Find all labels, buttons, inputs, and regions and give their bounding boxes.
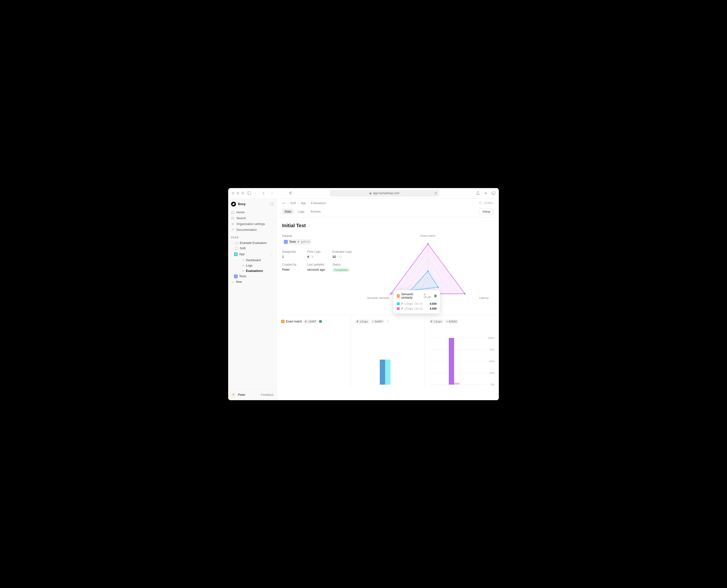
crumb-evaluations[interactable]: Evaluations [311, 202, 326, 205]
file-dashboard[interactable]: Dashboard [228, 257, 276, 263]
svg-point-9 [232, 224, 233, 225]
max-dot[interactable] [241, 192, 244, 195]
svg-line-8 [233, 219, 234, 219]
app-icon: ⊙ [234, 252, 237, 256]
file-app[interactable]: ⊙ App ⋮ [228, 251, 276, 257]
tab-logs[interactable]: Logs [295, 209, 307, 214]
chevron-down-icon[interactable]: › [231, 247, 233, 250]
main-area: › Scifi › App › Evaluations fl_ZdJKU… St… [277, 199, 499, 400]
y-tick: 25% [490, 372, 495, 374]
tabs-icon[interactable] [492, 191, 495, 195]
crumb-scifi[interactable]: Scifi [290, 202, 296, 205]
bullet-icon [243, 260, 244, 260]
tab-review[interactable]: Review [308, 209, 323, 214]
svg-point-26 [427, 270, 429, 272]
evaluator-icon: ↗ [281, 320, 285, 323]
resource-id: fl_ZdJKU… [479, 202, 494, 205]
chart-lixgx-1: # LIxgx 4e96f ⇩ [351, 315, 425, 388]
file-example-evaluators[interactable]: › Example Evaluators [228, 240, 276, 246]
forward-icon[interactable] [270, 191, 274, 195]
created-by-value: Peter [282, 268, 307, 271]
side-label: Search [236, 216, 246, 220]
traffic-lights[interactable] [232, 192, 244, 195]
edit-title-icon[interactable] [308, 224, 311, 227]
dataset-label: Dataset [282, 234, 357, 238]
folder-icon [235, 241, 238, 245]
series-hash: # LIxgx [355, 319, 369, 324]
eval-logs-label: Evaluator Logs [332, 250, 357, 253]
url-text: app.humanloop.com [373, 191, 399, 195]
sidebar-toggle-icon[interactable] [247, 191, 251, 195]
share-icon[interactable] [476, 191, 480, 195]
back-icon[interactable] [262, 191, 266, 195]
file-tests[interactable]: ◫ Tests [228, 274, 276, 279]
user-avatar[interactable]: P [231, 393, 236, 397]
dataset-icon: ◫ [284, 240, 288, 244]
feedback-link[interactable]: Feedback [261, 393, 274, 397]
plus-icon[interactable] [484, 191, 488, 195]
tab-stats[interactable]: Stats [282, 209, 294, 214]
breadcrumb-root-icon[interactable] [282, 202, 286, 205]
file-logs[interactable]: Logs [228, 263, 276, 268]
chevron-down-icon[interactable]: ⌄ [253, 191, 257, 195]
panel-toggle-icon[interactable] [270, 202, 274, 206]
titlebar: ⌄ app.humanloop.com [228, 188, 499, 199]
sidebar-item-search[interactable]: Search [228, 215, 276, 221]
app-menu-icon[interactable]: ⋮ [269, 252, 274, 257]
sidebar-footer: P Peter Feedback [228, 389, 276, 400]
brand-name: Boxy [238, 202, 268, 206]
gear-icon [231, 222, 234, 226]
chevron-right-icon[interactable]: › [231, 242, 233, 244]
user-name: Peter [238, 393, 245, 397]
lock-icon [369, 192, 372, 195]
y-tick: 100% [488, 337, 495, 339]
breadcrumb-row: › Scifi › App › Evaluations fl_ZdJKU… [277, 199, 499, 208]
refresh-icon[interactable] [434, 192, 437, 195]
meta-panel: Dataset ◫ Tests # gsbiO Datapoints 2 [282, 234, 357, 310]
dataset-chip[interactable]: ◫ Tests # gsbiO [282, 239, 312, 245]
setup-button[interactable]: Setup [479, 208, 494, 215]
file-scifi[interactable]: › Scifi [228, 246, 276, 251]
svg-rect-0 [247, 192, 251, 195]
min-dot[interactable] [236, 192, 239, 195]
file-new[interactable]: + New [228, 279, 276, 285]
check-icon: ✓ [319, 320, 322, 323]
flow-logs-label: Flow Logs [307, 250, 332, 253]
y-tick: 50% [490, 360, 495, 363]
tests-icon: ◫ [234, 275, 237, 278]
shield-icon[interactable] [289, 191, 293, 195]
radar-chart: Exact match Latency Semantic similarity … [362, 234, 494, 310]
file-evaluations[interactable]: Evaluations [228, 268, 276, 274]
close-dot[interactable] [232, 192, 234, 195]
radar-tooltip: ↗ Semantic similarity # VFo0D ✓ # LIxgx … [393, 290, 440, 313]
side-label: Documentation [236, 228, 257, 232]
address-bar[interactable]: app.humanloop.com [330, 190, 439, 196]
chart-exact-match: ↗ Exact match # i9ART ✓ [277, 315, 351, 388]
chart-lixgx-2: # LIxgx 82842 100% 75% 50% 25 [425, 315, 499, 388]
series-hash: # LIxgx [429, 319, 443, 324]
swatch-cyan [397, 302, 400, 305]
swatch-pink [397, 307, 400, 310]
radar-axis-top: Exact match [421, 234, 435, 237]
home-icon [231, 211, 234, 214]
svg-rect-5 [270, 203, 273, 205]
y-tick: 75% [490, 348, 495, 351]
svg-point-27 [437, 287, 439, 288]
status-badge: Completed [332, 268, 350, 272]
status-label: Status [332, 263, 357, 266]
side-label: Organization settings [236, 222, 265, 226]
brand-logo [231, 202, 236, 207]
bullet-icon [243, 265, 244, 266]
pin-icon[interactable]: ⇩ [387, 320, 389, 323]
tabs-row: Stats Logs Review Setup [277, 208, 499, 217]
check-icon: ✓ [434, 294, 437, 297]
bullet-icon [243, 270, 244, 271]
crumb-app[interactable]: App [301, 202, 306, 205]
charts-row: ↗ Exact match # i9ART ✓ # LIxgx 4e96f ⇩ [277, 315, 499, 388]
folder-icon [235, 247, 238, 250]
sidebar-item-org-settings[interactable]: Organization settings [228, 221, 276, 227]
sidebar-item-docs[interactable]: Documentation [228, 227, 276, 233]
svg-rect-2 [370, 193, 371, 194]
commit-chip: 4e96f [371, 319, 385, 324]
sidebar-item-home[interactable]: Home [228, 209, 276, 215]
